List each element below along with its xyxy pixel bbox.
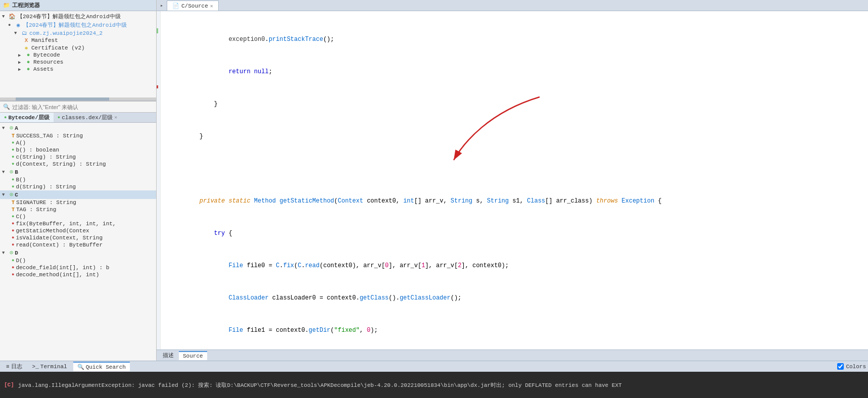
- bytecode-tab-icon: ●: [4, 115, 7, 120]
- code-content: exception0.printStackTrace(); return nul…: [161, 11, 868, 350]
- code-line: [161, 165, 868, 173]
- collapse-btn[interactable]: ▸: [157, 0, 167, 11]
- filter-bar[interactable]: 🔍: [0, 101, 156, 113]
- bytecode-isValidate[interactable]: ● isValidate(Context, String: [0, 234, 156, 241]
- method-df-icon: ●: [12, 265, 14, 270]
- log-icon: ≡: [6, 364, 10, 370]
- method-C-icon: ●: [12, 214, 14, 219]
- code-line: try {: [161, 229, 868, 237]
- method-gsm-icon: ●: [12, 228, 14, 233]
- code-line: File file0 = C.fix(C.read(context0), arr…: [161, 262, 868, 270]
- status-bar: [C] java.lang.IllegalArgumentException: …: [0, 372, 868, 398]
- tree-item-cert[interactable]: ❋ Certificate (v2): [0, 44, 156, 52]
- method-B-icon: ●: [12, 177, 14, 182]
- bytecode-B-constructor[interactable]: ● B(): [0, 176, 156, 183]
- project-tree[interactable]: ▼ 🏠 【2024春节】解题领红包之Android中级 ● ◉ 【2024春节】…: [0, 11, 156, 97]
- bytecode-read[interactable]: ● read(Context) : ByteBuffer: [0, 241, 156, 248]
- code-line: }: [161, 132, 868, 140]
- tab-source[interactable]: Source: [179, 351, 207, 360]
- assets-icon: ●: [24, 66, 32, 72]
- quicksearch-icon: 🔍: [77, 364, 84, 370]
- code-line: File file1 = context0.getDir("fixed", 0)…: [161, 326, 868, 334]
- code-editor-area: exception0.printStackTrace(); return nul…: [157, 11, 868, 350]
- method-dm-icon: ●: [12, 272, 14, 277]
- cert-icon: ❋: [22, 44, 30, 51]
- package-icon: 🗂: [20, 30, 28, 36]
- method-c-icon: ●: [12, 155, 14, 160]
- bytecode-class-B[interactable]: ▼ ⊙ B: [0, 168, 156, 176]
- colors-area: Colors: [837, 363, 866, 370]
- dex-tab-close[interactable]: ✕: [114, 115, 117, 120]
- bytecode-getStaticMethod[interactable]: ● getStaticMethod(Contex: [0, 227, 156, 234]
- bytecode-D-constructor[interactable]: ● D(): [0, 257, 156, 264]
- tree-item-bytecode[interactable]: ▶ ● Bytecode: [0, 52, 156, 59]
- apk-icon: ◉: [14, 22, 22, 28]
- bytecode-fix[interactable]: ● fix(ByteBuffer, int, int, int,: [0, 220, 156, 227]
- code-scroll-area[interactable]: exception0.printStackTrace(); return nul…: [161, 11, 868, 350]
- search-icon: 🔍: [3, 104, 10, 110]
- colors-checkbox[interactable]: [837, 363, 844, 370]
- bytecode-B-d[interactable]: ● d(String) : String: [0, 183, 156, 190]
- footer-tab-quicksearch[interactable]: 🔍 Quick Search: [73, 362, 130, 371]
- gutter-red-mark: [157, 85, 158, 88]
- footer-tab-log[interactable]: ≡ 日志: [2, 362, 26, 371]
- manifest-icon: X: [22, 37, 30, 43]
- bottom-tab-bar: 描述 Source: [157, 350, 868, 361]
- bytecode-decode_field[interactable]: ● decode_field(int[], int) : b: [0, 264, 156, 271]
- bytecode-A-c[interactable]: ● c(String) : String: [0, 154, 156, 161]
- code-line: ClassLoader classLoader0 = context0.getC…: [161, 294, 868, 302]
- method-Bd-icon: ●: [12, 184, 14, 189]
- bytecode-class-C[interactable]: ▼ ⊙ C: [0, 190, 156, 199]
- editor-tabbar: ▸ 📄 C/Source ✕: [157, 0, 868, 11]
- editor-tab-csource[interactable]: 📄 C/Source ✕: [167, 1, 219, 11]
- bytecode-TAG[interactable]: T TAG : String: [0, 206, 156, 213]
- bytecode-tab[interactable]: ● Bytecode/层级: [0, 113, 54, 122]
- tree-item-assets[interactable]: ▶ ● Assets: [0, 66, 156, 73]
- tree-item-resources[interactable]: ▶ ● Resources: [0, 59, 156, 66]
- expand-arrow4[interactable]: ▶: [18, 53, 24, 58]
- TAG-icon: T: [12, 207, 15, 213]
- terminal-icon: >_: [32, 364, 39, 370]
- tree-item-manifest[interactable]: X Manifest: [0, 37, 156, 44]
- bytecode-SIGNATURE[interactable]: T SIGNATURE : String: [0, 199, 156, 206]
- footer-tab-terminal[interactable]: >_ Terminal: [28, 363, 71, 371]
- SIGNATURE-icon: T: [12, 200, 15, 206]
- bytecode-tree[interactable]: ▼ ⊙ A T SUCCESS_TAG : String ● A() ●: [0, 123, 156, 361]
- code-line: return null;: [161, 68, 868, 76]
- search-input[interactable]: [12, 104, 153, 110]
- tab-close-btn[interactable]: ✕: [210, 3, 213, 9]
- dex-tab[interactable]: ● classes.dex/层级 ✕: [54, 113, 121, 122]
- resources-icon: ●: [24, 59, 32, 65]
- code-line: }: [161, 100, 868, 108]
- expand-arrow3[interactable]: ▼: [14, 31, 20, 36]
- class-C-icon: ⊙: [10, 191, 13, 198]
- tab-describe[interactable]: 描述: [159, 351, 178, 360]
- method-icon: ●: [12, 140, 14, 145]
- project-explorer-header: 📁 工程浏览器: [0, 0, 156, 11]
- expand-arrow5[interactable]: ▶: [18, 60, 24, 65]
- tree-item-project1[interactable]: ▼ 🏠 【2024春节】解题领红包之Android中级: [0, 12, 156, 21]
- bytecode-C-constructor[interactable]: ● C(): [0, 213, 156, 220]
- class-B-icon: ⊙: [10, 168, 13, 176]
- expand-arrow2[interactable]: ●: [8, 23, 14, 28]
- source-tab-icon: 📄: [172, 3, 179, 9]
- bytecode-A-d[interactable]: ● d(Context, String) : String: [0, 161, 156, 168]
- code-line: private static Method getStaticMethod(Co…: [161, 197, 868, 205]
- bytecode-class-A[interactable]: ▼ ⊙ A: [0, 124, 156, 132]
- bytecode-SUCCESS_TAG[interactable]: T SUCCESS_TAG : String: [0, 132, 156, 139]
- method-isV-icon: ●: [12, 235, 14, 240]
- method-b-icon: ●: [12, 147, 14, 153]
- method-D-icon: ●: [12, 258, 14, 263]
- class-D-icon: ⊙: [10, 249, 13, 257]
- bytecode-A-constructor[interactable]: ● A(): [0, 139, 156, 146]
- dex-tab-icon: ●: [58, 115, 60, 120]
- tree-item-com[interactable]: ▼ 🗂 com.zj.wuaipojie2024_2: [0, 29, 156, 37]
- bytecode-class-D[interactable]: ▼ ⊙ D: [0, 248, 156, 257]
- expand-arrow6[interactable]: ▶: [18, 67, 24, 72]
- method-read-icon: ●: [12, 242, 14, 247]
- bytecode-decode_method[interactable]: ● decode_method(int[], int): [0, 271, 156, 278]
- tree-item-project2[interactable]: ● ◉ 【2024春节】解题领红包之Android中级: [0, 21, 156, 29]
- bytecode-A-b[interactable]: ● b() : boolean: [0, 146, 156, 154]
- expand-arrow[interactable]: ▼: [2, 14, 8, 19]
- project-icon: 🏠: [8, 13, 16, 20]
